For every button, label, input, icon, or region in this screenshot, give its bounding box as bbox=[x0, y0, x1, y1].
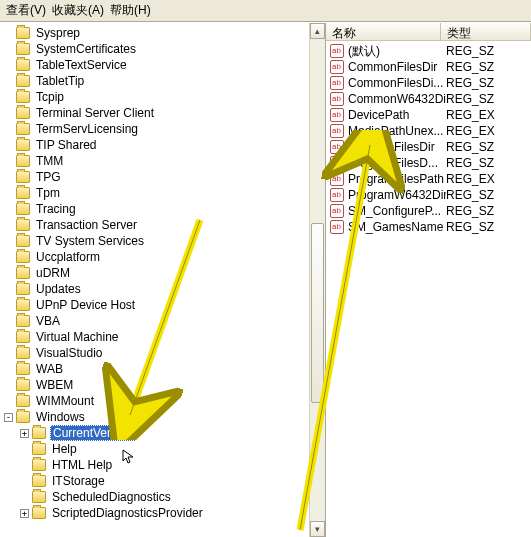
folder-icon bbox=[16, 395, 30, 407]
tree-item-label: Sysprep bbox=[34, 25, 82, 41]
tree-item[interactable]: Uccplatform bbox=[4, 249, 325, 265]
tree-item[interactable]: Sysprep bbox=[4, 25, 325, 41]
tree-item[interactable]: TermServLicensing bbox=[4, 121, 325, 137]
value-row[interactable]: ProgramFilesPathREG_EX bbox=[326, 171, 531, 187]
tree-item[interactable]: Tcpip bbox=[4, 89, 325, 105]
tree-item[interactable]: Terminal Server Client bbox=[4, 105, 325, 121]
tree-item[interactable]: UPnP Device Host bbox=[4, 297, 325, 313]
list-header[interactable]: 名称 类型 bbox=[326, 23, 531, 41]
folder-icon bbox=[32, 443, 46, 455]
scroll-up-button[interactable]: ▴ bbox=[310, 23, 325, 39]
folder-icon bbox=[16, 219, 30, 231]
expand-placeholder bbox=[4, 61, 13, 70]
tree-item[interactable]: +ScriptedDiagnosticsProvider bbox=[4, 505, 325, 521]
menu-view[interactable]: 查看(V) bbox=[6, 2, 46, 19]
scroll-thumb[interactable] bbox=[311, 223, 324, 403]
expand-placeholder bbox=[4, 157, 13, 166]
value-row[interactable]: CommonW6432DirREG_SZ bbox=[326, 91, 531, 107]
column-type[interactable]: 类型 bbox=[441, 23, 531, 40]
folder-icon bbox=[32, 459, 46, 471]
tree-item[interactable]: TMM bbox=[4, 153, 325, 169]
tree-item[interactable]: HTML Help bbox=[4, 457, 325, 473]
value-name: CommonFilesDir bbox=[348, 60, 446, 74]
tree-item[interactable]: Tpm bbox=[4, 185, 325, 201]
expand-placeholder bbox=[4, 349, 13, 358]
tree-item[interactable]: TIP Shared bbox=[4, 137, 325, 153]
value-row[interactable]: (默认)REG_SZ bbox=[326, 43, 531, 59]
value-row[interactable]: ProgramW6432DirREG_SZ bbox=[326, 187, 531, 203]
value-type: REG_SZ bbox=[446, 204, 494, 218]
column-name[interactable]: 名称 bbox=[326, 23, 441, 40]
value-name: (默认) bbox=[348, 43, 446, 60]
tree-item[interactable]: Help bbox=[4, 441, 325, 457]
value-row[interactable]: SM_GamesNameREG_SZ bbox=[326, 219, 531, 235]
tree-item[interactable]: Updates bbox=[4, 281, 325, 297]
menu-favorites[interactable]: 收藏夹(A) bbox=[52, 2, 104, 19]
value-name: ProgramFilesDir bbox=[348, 140, 446, 154]
tree-item-label: Virtual Machine bbox=[34, 329, 121, 345]
tree-item[interactable]: TV System Services bbox=[4, 233, 325, 249]
folder-icon bbox=[16, 235, 30, 247]
tree-item[interactable]: -Windows bbox=[4, 409, 325, 425]
expand-placeholder bbox=[4, 189, 13, 198]
tree-item-label: VBA bbox=[34, 313, 62, 329]
tree-item[interactable]: +CurrentVersion bbox=[4, 425, 325, 441]
tree-item[interactable]: Transaction Server bbox=[4, 217, 325, 233]
tree-item[interactable]: Tracing bbox=[4, 201, 325, 217]
tree-item[interactable]: uDRM bbox=[4, 265, 325, 281]
tree-item[interactable]: TableTextService bbox=[4, 57, 325, 73]
registry-tree[interactable]: SysprepSystemCertificatesTableTextServic… bbox=[0, 23, 325, 523]
expand-placeholder bbox=[4, 77, 13, 86]
value-type: REG_SZ bbox=[446, 92, 494, 106]
tree-item[interactable]: VBA bbox=[4, 313, 325, 329]
tree-item[interactable]: WBEM bbox=[4, 377, 325, 393]
menu-help[interactable]: 帮助(H) bbox=[110, 2, 151, 19]
tree-scrollbar[interactable]: ▴ ▾ bbox=[309, 23, 325, 537]
value-row[interactable]: ProgramFilesD...REG_SZ bbox=[326, 155, 531, 171]
folder-icon bbox=[16, 331, 30, 343]
tree-item-label: ScheduledDiagnostics bbox=[50, 489, 173, 505]
folder-icon bbox=[16, 187, 30, 199]
tree-item-label: WAB bbox=[34, 361, 65, 377]
value-row[interactable]: ProgramFilesDirREG_SZ bbox=[326, 139, 531, 155]
value-row[interactable]: MediaPathUnex...REG_EX bbox=[326, 123, 531, 139]
value-name: CommonFilesDi... bbox=[348, 76, 446, 90]
tree-item[interactable]: ITStorage bbox=[4, 473, 325, 489]
value-list-panel: 名称 类型 (默认)REG_SZCommonFilesDirREG_SZComm… bbox=[326, 23, 531, 537]
value-row[interactable]: SM_ConfigureP...REG_SZ bbox=[326, 203, 531, 219]
string-value-icon bbox=[330, 188, 344, 202]
tree-panel: SysprepSystemCertificatesTableTextServic… bbox=[0, 23, 326, 537]
folder-icon bbox=[16, 91, 30, 103]
value-row[interactable]: CommonFilesDi...REG_SZ bbox=[326, 75, 531, 91]
expand-placeholder bbox=[20, 461, 29, 470]
value-list[interactable]: (默认)REG_SZCommonFilesDirREG_SZCommonFile… bbox=[326, 41, 531, 237]
folder-icon bbox=[16, 283, 30, 295]
tree-item-label: TermServLicensing bbox=[34, 121, 140, 137]
tree-item[interactable]: WAB bbox=[4, 361, 325, 377]
tree-item[interactable]: Virtual Machine bbox=[4, 329, 325, 345]
value-row[interactable]: CommonFilesDirREG_SZ bbox=[326, 59, 531, 75]
folder-icon bbox=[16, 59, 30, 71]
tree-item-label: TMM bbox=[34, 153, 65, 169]
folder-icon bbox=[16, 379, 30, 391]
expand-placeholder bbox=[4, 253, 13, 262]
folder-icon bbox=[16, 299, 30, 311]
tree-item[interactable]: ScheduledDiagnostics bbox=[4, 489, 325, 505]
scroll-down-button[interactable]: ▾ bbox=[310, 521, 325, 537]
value-name: ProgramFilesD... bbox=[348, 156, 446, 170]
collapse-icon[interactable]: - bbox=[4, 413, 13, 422]
expand-placeholder bbox=[4, 125, 13, 134]
tree-item[interactable]: VisualStudio bbox=[4, 345, 325, 361]
tree-item[interactable]: WIMMount bbox=[4, 393, 325, 409]
string-value-icon bbox=[330, 220, 344, 234]
expand-icon[interactable]: + bbox=[20, 429, 29, 438]
expand-placeholder bbox=[4, 29, 13, 38]
tree-item-label: Terminal Server Client bbox=[34, 105, 156, 121]
tree-item[interactable]: SystemCertificates bbox=[4, 41, 325, 57]
tree-item[interactable]: TabletTip bbox=[4, 73, 325, 89]
expand-icon[interactable]: + bbox=[20, 509, 29, 518]
value-row[interactable]: DevicePathREG_EX bbox=[326, 107, 531, 123]
tree-item[interactable]: TPG bbox=[4, 169, 325, 185]
tree-item-label: Tcpip bbox=[34, 89, 66, 105]
folder-icon bbox=[16, 347, 30, 359]
